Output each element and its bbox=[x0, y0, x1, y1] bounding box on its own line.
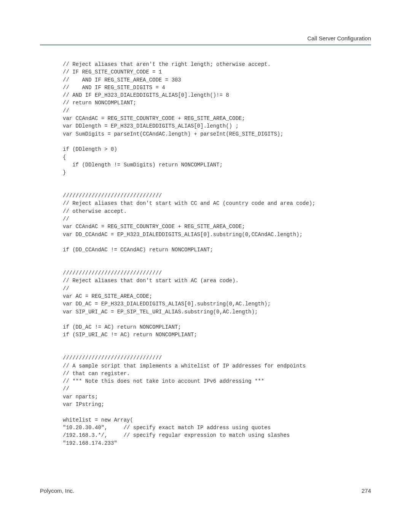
header-title: Call Server Configuration bbox=[307, 35, 371, 42]
page-header: Call Server Configuration bbox=[40, 35, 371, 45]
footer-company: Polycom, Inc. bbox=[40, 487, 74, 494]
page-footer: Polycom, Inc. 274 bbox=[40, 487, 371, 494]
document-page: Call Server Configuration // Reject alia… bbox=[0, 0, 411, 532]
footer-page-number: 274 bbox=[362, 487, 371, 494]
code-block: // Reject aliases that aren't the right … bbox=[40, 61, 371, 447]
